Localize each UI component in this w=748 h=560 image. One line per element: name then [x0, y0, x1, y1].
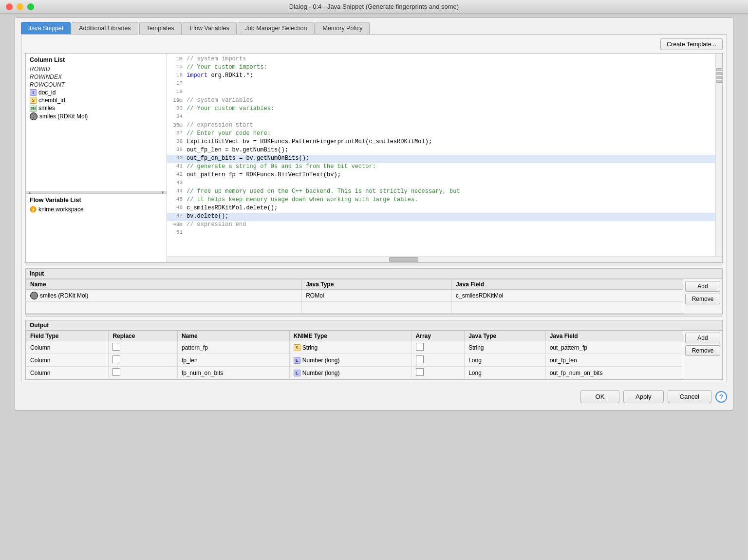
out-array-cell[interactable] — [411, 341, 465, 354]
input-remove-button[interactable]: Remove — [685, 294, 720, 304]
input-table: Name Java Type Java Field smiles (RDKit … — [26, 279, 683, 314]
list-item[interactable]: smiles (RDKit Mol) — [30, 112, 163, 121]
window-title: Dialog - 0:4 - Java Snippet (Generate fi… — [289, 3, 459, 10]
vertical-scrollbar[interactable] — [715, 54, 722, 256]
help-button[interactable]: ? — [715, 391, 727, 403]
tab-additional-libraries[interactable]: Additional Libraries — [72, 22, 138, 34]
code-line: 15 // Your custom imports: — [167, 64, 722, 72]
replace-checkbox-1[interactable] — [112, 355, 120, 363]
list-item[interactable]: SM smiles — [30, 104, 163, 112]
scroll-thumb-3[interactable] — [716, 80, 722, 83]
tab-flow-variables[interactable]: Flow Variables — [183, 22, 237, 34]
out-array-cell[interactable] — [411, 354, 465, 367]
ok-button[interactable]: OK — [580, 390, 619, 403]
output-add-button[interactable]: Add — [685, 333, 720, 343]
content-area: Create Template... Column List ROWID ROW… — [21, 34, 727, 384]
window-controls[interactable] — [6, 3, 34, 10]
maximize-button[interactable] — [27, 3, 34, 10]
tab-templates[interactable]: Templates — [139, 22, 182, 34]
replace-checkbox-2[interactable] — [112, 368, 120, 376]
code-line-highlighted: 40 out_fp_on_bits = bv.getNumOnBits(); — [167, 155, 722, 163]
tab-java-snippet[interactable]: Java Snippet — [21, 22, 71, 34]
tab-bar: Java Snippet Additional Libraries Templa… — [15, 18, 733, 34]
cancel-button[interactable]: Cancel — [668, 390, 711, 403]
close-button[interactable] — [6, 3, 13, 10]
scroll-thumb-1[interactable] — [716, 72, 722, 75]
out-replace-cell[interactable] — [109, 367, 178, 379]
out-javatype-cell: Long — [465, 354, 545, 367]
list-item[interactable]: ROWCOUNT — [30, 81, 163, 89]
scroll-thumb-2[interactable] — [716, 76, 722, 79]
knime-type-icon-string: S — [294, 344, 300, 351]
code-line: 51 — [167, 229, 722, 238]
minimize-button[interactable] — [17, 3, 23, 10]
array-checkbox-2[interactable] — [416, 368, 424, 376]
out-replace-cell[interactable] — [109, 354, 178, 367]
code-line: 37 // Enter your code here: — [167, 130, 722, 138]
array-checkbox-0[interactable] — [416, 343, 424, 351]
column-panel: Column List ROWID ROWINDEX ROWCOUNT I do… — [26, 54, 167, 262]
code-line: 43 — [167, 180, 722, 188]
create-template-button[interactable]: Create Template... — [660, 38, 723, 50]
table-row[interactable]: smiles (RDKit Mol) ROMol c_smilesRDKitMo… — [26, 290, 683, 302]
output-buttons: Add Remove — [683, 331, 722, 379]
code-line: 34 — [167, 113, 722, 122]
out-javafield-cell: out_pattern_fp — [545, 341, 683, 354]
code-line: 1⊞ // system imports — [167, 56, 722, 64]
tab-memory-policy[interactable]: Memory Policy — [316, 22, 370, 34]
out-replace-cell[interactable] — [109, 341, 178, 354]
list-item[interactable]: ∮ knime.workspace — [30, 205, 163, 213]
replace-checkbox-0[interactable] — [112, 343, 120, 351]
knime-type-icon-long: L — [294, 357, 300, 364]
code-line: 45 // it helps keep memory usage down wh… — [167, 196, 722, 205]
code-line: 17 — [167, 80, 722, 89]
input-javatype-cell: ROMol — [302, 290, 452, 302]
list-item[interactable]: I doc_id — [30, 89, 163, 96]
list-item[interactable]: ROWID — [30, 65, 163, 73]
editor-input-divider[interactable] — [25, 262, 723, 265]
output-remove-button[interactable]: Remove — [685, 345, 720, 356]
horizontal-scrollbar[interactable] — [167, 256, 722, 262]
code-editor-panel: 1⊞ // system imports 15 // Your custom i… — [167, 54, 722, 262]
column-list-section: Column List ROWID ROWINDEX ROWCOUNT I do… — [26, 54, 167, 191]
out-fieldtype-cell: Column — [26, 341, 109, 354]
code-line: 18 — [167, 89, 722, 97]
scroll-up-arrow[interactable] — [716, 68, 722, 71]
out-col-javatype: Java Type — [465, 331, 545, 341]
out-javatype-cell: Long — [465, 367, 545, 379]
input-col-javatype: Java Type — [302, 280, 452, 290]
bottom-buttons: OK Apply Cancel ? — [15, 384, 733, 405]
dialog: Java Snippet Additional Libraries Templa… — [15, 18, 733, 411]
horizontal-scroll-thumb[interactable] — [389, 257, 418, 262]
input-output-divider[interactable] — [25, 314, 723, 317]
out-knimetype-cell: L Number (long) — [289, 367, 411, 379]
out-col-replace: Replace — [109, 331, 178, 341]
out-array-cell[interactable] — [411, 367, 465, 379]
list-item[interactable]: S chembl_id — [30, 96, 163, 104]
output-table-wrap: Field Type Replace Name KNIME Type Array… — [26, 331, 722, 379]
table-row[interactable]: Column fp_num_on_bits L Number (long) Lo… — [26, 367, 683, 379]
code-line: 38 ExplicitBitVect bv = RDKFuncs.Pattern… — [167, 138, 722, 147]
tab-job-manager-selection[interactable]: Job Manager Selection — [238, 22, 315, 34]
array-checkbox-1[interactable] — [416, 355, 424, 363]
table-row[interactable]: Column fp_len L Number (long) Long — [26, 354, 683, 367]
code-line: 42 out_pattern_fp = RDKFuncs.BitVectToTe… — [167, 171, 722, 180]
main-editor-area: Column List ROWID ROWINDEX ROWCOUNT I do… — [25, 53, 723, 262]
apply-button[interactable]: Apply — [623, 390, 664, 403]
out-name-cell: fp_len — [177, 354, 289, 367]
title-bar: Dialog - 0:4 - Java Snippet (Generate fi… — [0, 0, 748, 14]
out-javatype-cell: String — [465, 341, 545, 354]
input-javafield-cell: c_smilesRDKitMol — [452, 290, 683, 302]
table-row[interactable]: Column pattern_fp S String String — [26, 341, 683, 354]
out-col-knimetype: KNIME Type — [289, 331, 411, 341]
input-section-header: Input — [26, 269, 722, 279]
input-col-javafield: Java Field — [452, 280, 683, 290]
out-col-name: Name — [177, 331, 289, 341]
input-add-button[interactable]: Add — [685, 281, 720, 292]
code-line: 16 import org.RDKit.*; — [167, 72, 722, 80]
code-editor[interactable]: 1⊞ // system imports 15 // Your custom i… — [167, 54, 722, 256]
column-list-title: Column List — [30, 56, 163, 63]
type-icon-rdkit — [30, 112, 37, 120]
list-item[interactable]: ROWINDEX — [30, 73, 163, 81]
type-icon-integer: I — [30, 89, 37, 96]
